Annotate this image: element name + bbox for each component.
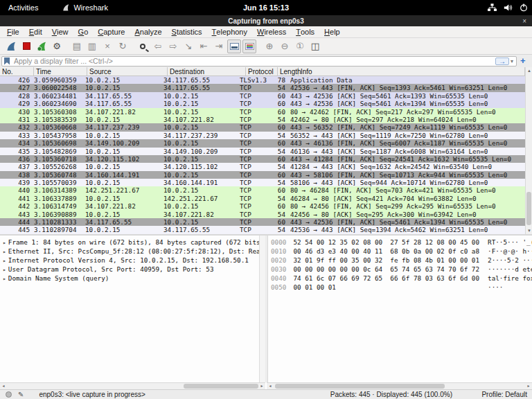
packet-row[interactable]: 4413.10633788910.0.2.15142.251.221.67TCP… — [0, 195, 525, 202]
packet-row[interactable]: 4373.10552626810.0.2.1534.120.115.102TCP… — [0, 163, 525, 170]
auto-scroll-button[interactable] — [227, 39, 241, 53]
hex-row[interactable]: 005000 01 00 01 ···· — [271, 283, 532, 292]
resize-columns-button[interactable]: ◫ — [308, 39, 322, 53]
menu-item-file[interactable]: File — [2, 26, 24, 37]
first-packet-button[interactable]: ⇤ — [197, 39, 211, 53]
scroll-down-icon[interactable]: ▼ — [526, 227, 532, 234]
cell-src: 10.0.2.15 — [83, 211, 161, 218]
hex-row[interactable]: 001000 46 d3 e3 40 00 40 11 68 0b 0a 00 … — [271, 247, 532, 256]
packet-row[interactable]: 4363.10536071834.120.115.10210.0.2.15TCP… — [0, 155, 525, 163]
scroll-up-icon[interactable]: ▲ — [526, 67, 532, 74]
detail-pane-vscrollbar[interactable] — [259, 236, 265, 382]
column-header-dst[interactable]: Destination — [168, 67, 246, 76]
window-title-bar[interactable]: Capturing from enp0s3 × — [0, 15, 532, 26]
previous-packet-button[interactable]: ⇦ — [151, 39, 165, 53]
expander-icon[interactable]: ▸ — [3, 240, 6, 246]
add-filter-button[interactable]: + — [520, 56, 526, 66]
menu-item-wireless[interactable]: Wireless — [252, 26, 291, 37]
column-header-src[interactable]: Source — [87, 67, 168, 76]
cell-time: 3.105482869 — [32, 148, 83, 155]
profile-label[interactable]: Profile: Default — [481, 391, 527, 398]
expert-info-icon[interactable] — [6, 391, 12, 398]
hex-row[interactable]: 002032 01 9f ff 00 35 00 32 fe fb 08 4b … — [271, 256, 532, 265]
packet-row[interactable]: 4423.10631474934.107.221.8210.0.2.15TCP6… — [0, 202, 525, 210]
close-file-button[interactable]: × — [100, 39, 114, 53]
menu-item-telephony[interactable]: Telephony — [207, 26, 252, 37]
stop-capture-button[interactable] — [19, 39, 33, 53]
column-header-info[interactable]: Info — [299, 67, 525, 76]
zoom-original-button[interactable]: ① — [293, 39, 307, 53]
find-packet-button[interactable] — [136, 39, 150, 53]
reload-file-button[interactable]: ↻ — [116, 39, 130, 53]
filter-input[interactable] — [12, 57, 495, 66]
detail-line[interactable]: ▸Frame 1: 84 bytes on wire (672 bits), 8… — [1, 238, 259, 247]
detail-line[interactable]: ▸Domain Name System (query) — [1, 274, 259, 283]
hscroll-thumb[interactable] — [184, 384, 258, 389]
detail-line[interactable]: ▸User Datagram Protocol, Src Port: 40959… — [1, 265, 259, 274]
capture-options-button[interactable]: ⚙ — [50, 39, 64, 53]
packet-row[interactable]: 4383.10536074834.160.144.19110.0.2.15TCP… — [0, 171, 525, 179]
packet-row[interactable]: 4313.10538353910.0.2.1534.107.221.82TCP5… — [0, 116, 525, 123]
hscroll-thumb[interactable] — [275, 384, 445, 389]
packet-row[interactable]: 4323.10536066834.117.237.23910.0.2.15TCP… — [0, 123, 525, 131]
save-file-button[interactable]: ▥ — [85, 39, 99, 53]
detail-line[interactable]: ▸Ethernet II, Src: PcsCompu_5f:28:12 (08… — [1, 247, 259, 256]
hex-row[interactable]: 000052 54 00 12 35 02 08 00 27 5f 28 12 … — [271, 238, 532, 247]
cell-src: 34.117.65.55 — [83, 100, 161, 107]
window-close-button[interactable]: × — [522, 15, 526, 26]
packet-row[interactable]: 4393.10557003910.0.2.1534.160.144.191TCP… — [0, 179, 525, 186]
vscroll-thumb[interactable] — [526, 192, 531, 225]
next-packet-button[interactable]: ⇨ — [166, 39, 180, 53]
menu-item-statistics[interactable]: Statistics — [167, 26, 207, 37]
detail-line[interactable]: ▸Internet Protocol Version 4, Src: 10.0.… — [1, 256, 259, 265]
packet-row[interactable]: 4343.10536069834.149.100.20910.0.2.15TCP… — [0, 139, 525, 147]
start-capture-button[interactable] — [4, 39, 18, 53]
system-tray[interactable] — [488, 0, 528, 15]
packet-row[interactable]: 4353.10548286910.0.2.1534.149.100.209TCP… — [0, 148, 525, 155]
apply-filter-button[interactable]: → — [495, 57, 509, 65]
column-header-no[interactable]: No. — [0, 67, 34, 76]
packet-row[interactable]: 4403.106314389142.251.221.6710.0.2.15TCP… — [0, 186, 525, 194]
column-header-len[interactable]: Length — [278, 67, 299, 76]
expander-icon[interactable]: ▸ — [3, 276, 6, 282]
detail-pane-hscrollbar[interactable]: ◂ ▸ — [0, 382, 265, 389]
menu-item-capture[interactable]: Capture — [93, 26, 130, 37]
packet-row[interactable]: 4283.06023448134.117.65.5510.0.2.15TCP60… — [0, 92, 525, 100]
packet-row[interactable]: 4443.11028133334.117.65.5510.0.2.15TCP60… — [0, 218, 525, 226]
restart-capture-button[interactable] — [35, 39, 48, 53]
expander-icon[interactable]: ▸ — [3, 258, 6, 264]
filter-bookmark-icon[interactable] — [4, 57, 10, 65]
menu-item-analyze[interactable]: Analyze — [130, 26, 166, 37]
packet-row[interactable]: 4303.10536030834.107.221.8210.0.2.15TCP6… — [0, 108, 525, 116]
packet-row[interactable]: 4453.11028970410.0.2.1534.117.65.55TCP54… — [0, 226, 525, 233]
menu-item-help[interactable]: Help — [319, 26, 345, 37]
last-packet-button[interactable]: ⇥ — [212, 39, 226, 53]
packet-row[interactable]: 4263.05996035910.0.2.1534.117.65.55TLSv1… — [0, 76, 525, 84]
packet-list-vscrollbar[interactable]: ▲ ▼ — [525, 67, 532, 234]
goto-packet-button[interactable]: ↘ — [181, 39, 195, 53]
menu-item-view[interactable]: View — [47, 26, 73, 37]
menu-item-go[interactable]: Go — [73, 26, 94, 37]
column-header-proto[interactable]: Protocol — [246, 67, 278, 76]
zoom-out-button[interactable]: ⊖ — [278, 39, 292, 53]
packet-row[interactable]: 4333.10543795810.0.2.1534.117.237.239TCP… — [0, 132, 525, 139]
menu-item-edit[interactable]: Edit — [24, 26, 47, 37]
filter-dropdown-caret[interactable]: ▾ — [509, 58, 516, 64]
capture-comment-icon[interactable]: ✎ — [18, 391, 24, 398]
cell-len: 54 — [267, 195, 287, 202]
packet-row[interactable]: 4433.10639088910.0.2.1534.107.221.82TCP5… — [0, 211, 525, 218]
open-file-button[interactable]: ▤ — [70, 39, 84, 53]
hex-row[interactable]: 003000 00 00 00 00 00 0c 64 65 74 65 63 … — [271, 265, 532, 274]
appmenu-button[interactable]: Wireshark — [62, 3, 108, 12]
colorize-button[interactable] — [242, 39, 256, 53]
expander-icon[interactable]: ▸ — [3, 249, 6, 255]
hex-row[interactable]: 004074 61 6c 07 66 69 72 65 66 6f 78 03 … — [271, 274, 532, 283]
menu-item-tools[interactable]: Tools — [291, 26, 319, 37]
expander-icon[interactable]: ▸ — [3, 267, 6, 273]
activities-button[interactable]: Activities — [0, 0, 46, 15]
packet-row[interactable]: 4273.06002254810.0.2.1534.117.65.55TCP54… — [0, 84, 525, 91]
zoom-in-button[interactable]: ⊕ — [263, 39, 276, 53]
hex-pane-hscrollbar[interactable]: ◂ ▸ — [267, 382, 532, 389]
column-header-time[interactable]: Time — [34, 67, 87, 76]
packet-row[interactable]: 4293.06023469034.117.65.5510.0.2.15TCP60… — [0, 100, 525, 107]
